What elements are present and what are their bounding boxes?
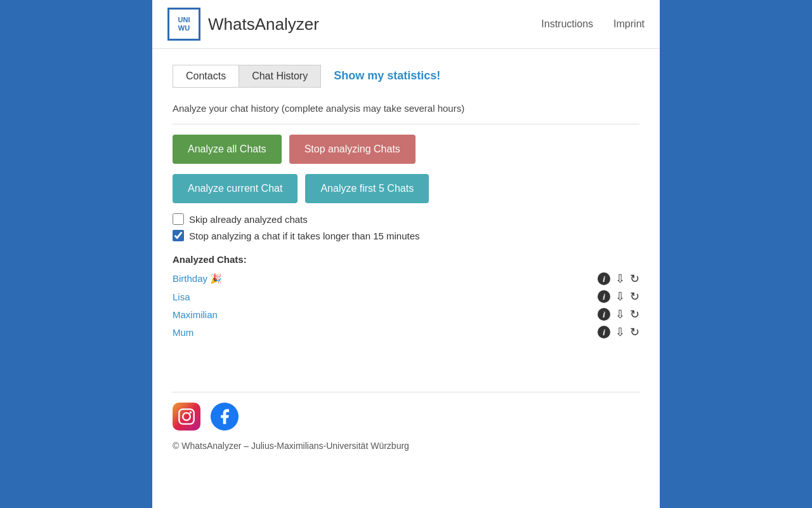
svg-point-1 [183,413,190,420]
download-icon[interactable]: ⇩ [615,307,625,321]
content-area: Contacts Chat History Show my statistics… [152,49,660,371]
checkbox-area: Skip already analyzed chats Stop analyzi… [173,213,639,241]
info-icon[interactable]: i [598,308,610,321]
analyze-all-button[interactable]: Analyze all Chats [173,135,282,164]
svg-point-2 [190,411,192,414]
table-row: Birthday 🎉i⇩↻ [173,270,639,288]
nav-links: Instructions Imprint [541,18,645,30]
chat-name-link[interactable]: Lisa [173,291,598,302]
table-row: Lisai⇩↻ [173,288,639,305]
divider-1 [173,124,639,124]
refresh-icon[interactable]: ↻ [630,290,639,304]
analyze-current-button[interactable]: Analyze current Chat [173,174,298,203]
info-icon[interactable]: i [598,272,610,285]
chat-action-icons: i⇩↻ [598,290,639,304]
tab-chat-history[interactable]: Chat History [239,65,321,88]
checkbox-row-skip: Skip already analyzed chats [173,213,639,225]
stop-analyzing-button[interactable]: Stop analyzing Chats [289,135,416,164]
info-icon[interactable]: i [598,326,610,338]
table-row: Maximiliani⇩↻ [173,305,639,323]
button-row-2: Analyze current Chat Analyze first 5 Cha… [173,174,639,203]
refresh-icon[interactable]: ↻ [630,272,639,286]
chat-name-link[interactable]: Birthday 🎉 [173,273,598,284]
skip-label[interactable]: Skip already analyzed chats [189,214,308,225]
chat-list: Birthday 🎉i⇩↻Lisai⇩↻Maximiliani⇩↻Mumi⇩↻ [173,270,639,341]
analyzed-chats-section: Analyzed Chats: Birthday 🎉i⇩↻Lisai⇩↻Maxi… [173,254,639,341]
button-row-1: Analyze all Chats Stop analyzing Chats [173,135,639,164]
stop-checkbox[interactable] [173,230,184,241]
download-icon[interactable]: ⇩ [615,290,625,304]
nav-imprint[interactable]: Imprint [613,18,645,30]
logo-box: UNI WU [167,8,200,41]
nav-instructions[interactable]: Instructions [541,18,593,30]
header: UNI WU WhatsAnalyzer Instructions Imprin… [152,0,660,49]
footer-divider [173,392,639,392]
table-row: Mumi⇩↻ [173,323,639,341]
tabs-row: Contacts Chat History Show my statistics… [173,64,639,88]
social-icons [173,403,639,431]
chat-action-icons: i⇩↻ [598,307,639,321]
facebook-icon[interactable] [211,403,239,431]
logo-line1: UNI [178,16,190,24]
download-icon[interactable]: ⇩ [615,272,625,286]
skip-checkbox[interactable] [173,213,184,225]
chat-action-icons: i⇩↻ [598,272,639,286]
chat-action-icons: i⇩↻ [598,325,639,339]
info-icon[interactable]: i [598,290,610,303]
refresh-icon[interactable]: ↻ [630,307,639,321]
checkbox-row-stop: Stop analyzing a chat if it takes longer… [173,230,639,241]
description-text: Analyze your chat history (complete anal… [173,103,639,114]
footer: © WhatsAnalyzer – Julius-Maximilians-Uni… [152,371,660,466]
analyzed-chats-title: Analyzed Chats: [173,254,639,265]
refresh-icon[interactable]: ↻ [630,325,639,339]
instagram-icon[interactable] [173,403,200,431]
chat-name-link[interactable]: Mum [173,327,598,338]
app-title: WhatsAnalyzer [208,15,319,34]
chat-name-link[interactable]: Maximilian [173,309,598,320]
logo-line2: WU [178,24,190,32]
tab-contacts[interactable]: Contacts [173,65,239,88]
stop-label[interactable]: Stop analyzing a chat if it takes longer… [189,231,420,241]
tab-show-stats[interactable]: Show my statistics! [331,64,443,88]
analyze-first5-button[interactable]: Analyze first 5 Chats [305,174,429,203]
svg-rect-0 [179,409,193,424]
copyright-text: © WhatsAnalyzer – Julius-Maximilians-Uni… [173,441,639,451]
logo-area: UNI WU WhatsAnalyzer [167,8,319,41]
download-icon[interactable]: ⇩ [615,325,625,339]
